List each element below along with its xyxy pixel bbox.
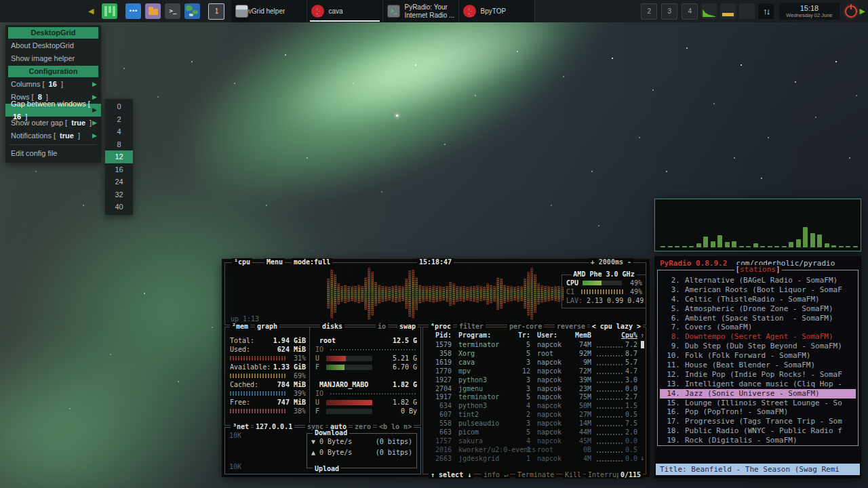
submenu-item-24[interactable]: 24	[105, 176, 133, 188]
submenu-item-2[interactable]: 2	[105, 113, 133, 126]
cava-window[interactable]	[654, 199, 861, 251]
bpytop-tab[interactable]: < cpu lazy >	[590, 323, 643, 330]
menu-item[interactable]: About DesktopGrid	[5, 39, 101, 52]
menu-item[interactable]: Show outer gap [ true ]▶	[5, 117, 101, 129]
bpytop-tab[interactable]: disks	[320, 323, 344, 330]
station-row[interactable]: 16.Pop (PopTron! - SomaFM)	[660, 407, 856, 417]
workspace-button-1[interactable]: 1	[208, 3, 224, 20]
proc-footer-action[interactable]: Kill	[563, 471, 583, 479]
bpytop-tab[interactable]: 127.0.0.1	[254, 423, 294, 430]
process-row[interactable]: 2704jgmenu3napcok23M0.0	[423, 385, 646, 394]
window-tab-drawgrid[interactable]: DrawGrid helper	[231, 0, 307, 22]
station-row[interactable]: 17.Progressive (Tags Trance Trip - Som	[660, 417, 856, 426]
process-row[interactable]: 1917terminator5napcok75M2.7	[423, 393, 646, 402]
process-row[interactable]: 2663jgdeskgrid1napcok4M0.0	[423, 455, 646, 464]
bpytop-tab[interactable]: swap	[397, 323, 418, 330]
process-row[interactable]: 663picom5napcok44M2.0	[423, 428, 646, 437]
bpytop-tab[interactable]: Menu	[264, 258, 285, 266]
submenu-item-12[interactable]: 12	[105, 150, 133, 163]
process-row[interactable]: 558pulseaudio3napcok14M7.5	[423, 420, 646, 428]
station-row[interactable]: 9.Dub Step (Dub Step Beyond - SomaFM)	[660, 342, 856, 351]
bpytop-tab[interactable]: mode:full	[292, 258, 332, 266]
process-row[interactable]: 607tint22napcok27M0.5	[423, 411, 646, 420]
station-name: Ambient (Space Station - SomaFM)	[680, 314, 833, 323]
station-row[interactable]: 10.Folk (Folk Forward - SomaFM)	[660, 351, 856, 361]
submenu-item-4[interactable]: 4	[105, 125, 133, 138]
process-scrollbar[interactable]	[641, 341, 644, 348]
submenu-item-16[interactable]: 16	[105, 163, 133, 176]
tray-cpu-graph-icon[interactable]	[701, 3, 717, 19]
taskbar-collapse-right-icon[interactable]: ▶	[857, 0, 868, 22]
proc-footer-action[interactable]: info ↵	[481, 471, 510, 479]
menu-item[interactable]: Edit config file	[5, 147, 101, 160]
tray-blank-icon[interactable]	[739, 3, 755, 19]
bpytop-tab[interactable]: io	[376, 323, 388, 330]
bpytop-tab[interactable]: graph	[255, 323, 279, 330]
menu-item[interactable]: Columns [ 16 ]▶	[5, 78, 101, 91]
station-row[interactable]: 11.House (Beat Blender - SomaFM)	[660, 361, 856, 370]
window-tab-cava[interactable]: cava	[307, 0, 383, 22]
station-row[interactable]: 6.Ambient (Space Station - SomaFM)	[660, 314, 856, 323]
bpytop-window[interactable]: ¹cpuMenumode:full 15:18:47 + 2000ms - AM…	[222, 259, 650, 477]
station-row[interactable]: 12.Indie Pop (Indie Pop Rocks! - SomaF	[660, 370, 856, 380]
submenu-item-8[interactable]: 8	[105, 138, 133, 151]
menu-item[interactable]: Gap between windows [ 16 ]▶	[5, 104, 101, 117]
bpytop-tab[interactable]: filter	[457, 323, 486, 330]
station-row[interactable]: 18.Public Radio (WNYC - Public Radio f	[660, 426, 856, 436]
bpytop-tab[interactable]: zero	[353, 423, 373, 430]
bpytop-tab[interactable]: ⁴proc	[429, 323, 453, 330]
bpytop-tab[interactable]: ³net	[231, 423, 251, 430]
process-row[interactable]: 634python34napcok50M1.5	[423, 402, 646, 411]
station-row[interactable]: 3.American Roots (Boot Liquor - SomaF	[660, 285, 856, 295]
station-row[interactable]: 13.Intelligent dance music (Cliq Hop -	[660, 380, 856, 389]
submenu-item-32[interactable]: 32	[105, 188, 133, 201]
process-row[interactable]: 1579terminator5napcok74M7.2	[423, 341, 646, 350]
bpytop-tab[interactable]: ¹cpu	[232, 258, 252, 266]
manjaro-menu-icon[interactable]	[102, 3, 117, 19]
submenu-item-40[interactable]: 40	[105, 201, 133, 214]
process-row[interactable]: 1927python33napcok39M3.0	[423, 376, 646, 385]
pyradio-window[interactable]: PyRadio 0.8.9.2 com/coderholic/pyradio s…	[654, 256, 861, 479]
terminal-launcher-icon[interactable]	[165, 3, 180, 19]
proc-footer-action[interactable]: ↑ select ↓	[429, 471, 473, 479]
proc-footer-action[interactable]: Terminate	[515, 471, 556, 479]
files-launcher-icon[interactable]	[145, 3, 161, 19]
process-row[interactable]: 1619cava3napcok9M5.7	[423, 359, 646, 367]
workspace-buttons: 234	[637, 3, 698, 20]
process-name: terminator	[458, 393, 499, 402]
bpytop-tab[interactable]: ²mem	[230, 323, 250, 330]
station-row[interactable]: 7.Covers (SomaFM)	[660, 323, 856, 332]
station-row[interactable]: 14.Jazz (Sonic Universe - SomaFM)	[660, 389, 856, 399]
station-row[interactable]: 8.Downtempo (Secret Agent - SomaFM)	[660, 332, 856, 342]
window-tab-bpytop[interactable]: BpyTOP	[459, 0, 535, 22]
station-row[interactable]: 19.Rock (Digitalis - SomaFM)	[660, 436, 856, 445]
station-row[interactable]: 15.Lounge (Illinois Street Lounge - So	[660, 399, 856, 408]
process-row[interactable]: 2016kworker/u2:0-events1root0B0.5	[423, 446, 646, 455]
web-launcher-icon[interactable]	[184, 3, 200, 19]
bpytop-tab[interactable]: <b lo n>	[377, 423, 414, 430]
process-row[interactable]: 358Xorg5root92M8.7	[423, 350, 646, 359]
process-threads: 4	[526, 437, 530, 446]
station-row[interactable]: 2.Alternative (BAGeL Radio - SomaFM)	[660, 276, 856, 285]
taskbar-collapse-left-icon[interactable]: ◀	[85, 0, 96, 22]
station-row[interactable]: 4.Celtic (ThistleRadio - SomaFM)	[660, 295, 856, 304]
power-button-icon[interactable]	[845, 5, 857, 18]
workspace-button-2[interactable]: 2	[641, 3, 657, 20]
update-interval-control[interactable]: + 2000ms -	[589, 258, 633, 266]
station-number: 10.	[662, 351, 680, 361]
clock[interactable]: 15:18 Wednesday 02 June	[779, 3, 839, 20]
workspace-button-3[interactable]: 3	[661, 3, 677, 20]
process-row[interactable]: 1770mpv12napcok72M4.7	[423, 367, 646, 376]
process-row[interactable]: 1757sakura4napcok45M0.0	[423, 437, 646, 446]
station-row[interactable]: 5.Atmospheric (Drone Zone - SomaFM)	[660, 304, 856, 314]
tray-network-arrows-icon[interactable]	[758, 3, 774, 19]
bpytop-tab[interactable]: per-core	[507, 323, 544, 330]
window-tab-pyradio[interactable]: PyRadio: Your Internet Radio ...	[383, 0, 459, 22]
tray-disk-meter-icon[interactable]	[720, 3, 736, 19]
menu-item[interactable]: Show image helper	[5, 52, 101, 65]
bpytop-tab[interactable]: reverse	[555, 323, 587, 330]
workspace-button-4[interactable]: 4	[682, 3, 698, 20]
apps-launcher-icon[interactable]	[125, 3, 141, 19]
menu-item[interactable]: Notifications [ true ]▶	[5, 129, 101, 142]
submenu-item-0[interactable]: 0	[105, 100, 133, 113]
